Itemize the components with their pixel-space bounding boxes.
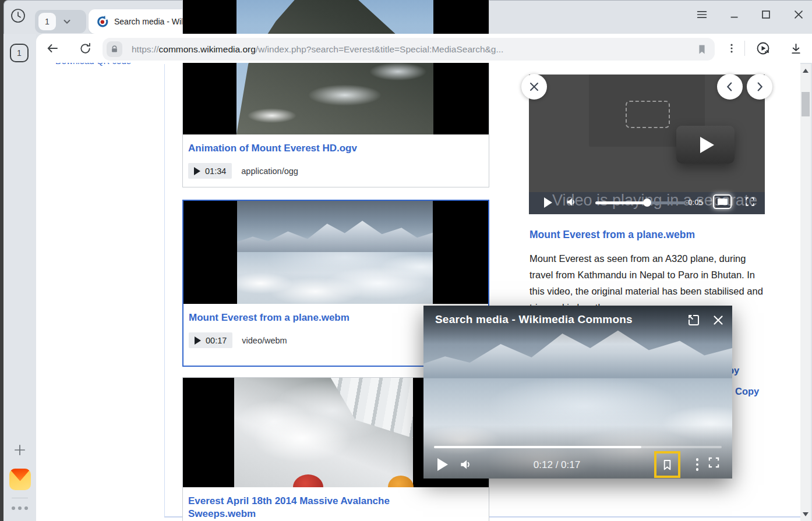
pip-fullscreen-icon[interactable] [707,456,721,472]
player-volume-icon[interactable] [565,196,578,211]
thumbnail-art-clouds [237,201,433,304]
video-thumbnail-2[interactable] [183,201,488,304]
thumbnail-art-everest-peak [236,0,433,134]
result-title-link[interactable]: Everest April 18th 2014 Massive Avalanch… [188,495,444,520]
browser-side-panel: 1 [3,34,36,521]
lock-icon[interactable] [107,41,122,57]
browser-menu-icon[interactable] [694,6,710,23]
media-playing-icon[interactable] [755,40,771,56]
player-progress-handle[interactable] [643,199,651,207]
bookmark-flag-icon[interactable] [696,44,708,55]
yandex-mail-icon[interactable] [9,469,31,490]
orange-tent-art [388,476,414,487]
history-icon[interactable] [9,7,27,24]
results-pane-border [164,64,165,517]
side-panel-divider [12,498,28,498]
url-host: commons.wikimedia.org [159,44,256,54]
play-icon [700,137,714,153]
play-overlay-button[interactable] [676,126,735,164]
player-play-button[interactable] [544,197,552,208]
tab-group[interactable]: 1 [35,10,86,33]
player-time-remaining: -0:05 [686,198,703,207]
chevron-down-icon[interactable] [61,16,73,27]
downloads-icon[interactable] [788,40,804,56]
play-icon [195,336,201,345]
url-path: /w/index.php?search=Everest&title=Specia… [256,44,504,54]
result-meta: 01:34 application/ogg [188,163,483,179]
back-button[interactable] [44,40,61,56]
quickview-file-title-link[interactable]: Mount Everest from a plane.webm [529,229,695,241]
address-bar[interactable]: https://commons.wikimedia.org/w/index.ph… [103,38,715,61]
tab-group-count: 1 [38,13,56,30]
scrollbar-thumb[interactable] [802,92,810,116]
pip-time-display: 0:12 / 0:17 [519,459,595,471]
pip-volume-icon[interactable] [458,457,474,474]
pip-play-button[interactable] [437,458,448,471]
player-placeholder-dashed-box [626,101,670,128]
result-title-link[interactable]: Animation of Mount Everest HD.ogv [188,142,483,155]
window-maximize-button[interactable] [758,6,774,23]
play-icon [194,167,200,175]
extensions-menu-icon[interactable] [723,40,740,56]
url-scheme: https:// [132,44,159,54]
side-panel-more-icon[interactable] [12,506,28,510]
copy-link-2[interactable]: Copy [735,386,759,397]
thumbnail-art-avalanche [234,378,413,487]
browser-toolbar: https://commons.wikimedia.org/w/index.ph… [36,34,812,63]
pip-back-to-tab-icon[interactable] [687,313,701,329]
red-tent-art [293,474,323,487]
duration-text: 01:34 [205,166,226,176]
duration-badge: 01:34 [188,163,232,179]
envelope-flap [9,469,31,481]
player-progress-played[interactable] [595,201,647,204]
mountain-art [236,0,433,134]
wikimedia-commons-logo-icon [96,15,109,28]
card-body: Everest April 18th 2014 Massive Avalanch… [183,487,489,521]
player-progress-remaining[interactable] [647,201,685,204]
reload-button[interactable] [77,40,93,56]
player-pip-button-active[interactable] [713,194,732,209]
side-panel-add-icon[interactable] [12,442,27,458]
scrollbar-down-arrow[interactable] [803,512,809,516]
window-close-button[interactable] [790,6,807,23]
pip-bookmark-button-highlighted[interactable] [654,451,680,478]
page-scrollbar[interactable] [800,64,811,521]
card-body: Animation of Mount Everest HD.ogv 01:34 … [183,134,489,187]
pip-progress-bar[interactable] [434,446,722,448]
player-fullscreen-icon[interactable] [744,196,755,210]
mime-type: application/ogg [241,166,298,176]
screen: 1 Search media - Wikim [0,0,812,521]
pip-rect [718,199,728,205]
peaks-art [237,217,433,252]
ice-wall-art [331,378,413,438]
duration-badge: 00:17 [189,332,232,348]
video-thumbnail-1[interactable] [183,0,489,134]
pip-close-icon[interactable] [711,313,725,329]
scrollbar-up-arrow[interactable] [803,69,809,73]
pip-more-options-icon[interactable] [690,456,704,473]
result-card-1[interactable]: Animation of Mount Everest HD.ogv 01:34 … [182,0,489,187]
picture-in-picture-window[interactable]: Search media - Wikimedia Commons 0:12 / … [423,306,732,479]
quickview-next-button[interactable] [747,74,772,100]
pip-window-title: Search media - Wikimedia Commons [435,313,633,326]
quickview-previous-button[interactable] [717,74,743,100]
toolbar-divider [744,41,745,56]
pip-progress-played [434,446,641,448]
url-text[interactable]: https://commons.wikimedia.org/w/index.ph… [132,44,691,55]
quickview-close-button[interactable] [521,74,547,100]
window-minimize-button[interactable] [726,6,743,23]
mime-type: video/webm [242,336,287,345]
side-panel-tab-number[interactable]: 1 [10,44,29,62]
duration-text: 00:17 [206,336,227,345]
